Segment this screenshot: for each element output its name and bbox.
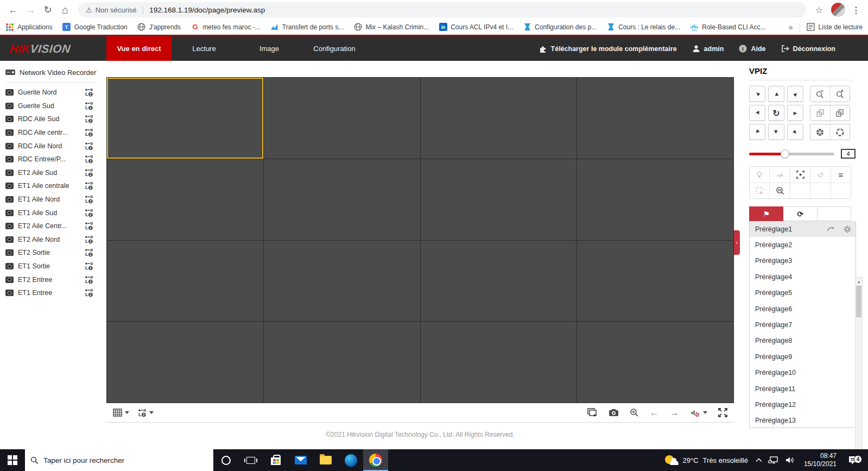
preset-item[interactable]: Préréglage4 (750, 269, 856, 285)
preset-item[interactable]: Préréglage10 (750, 365, 856, 381)
stream-type-icon[interactable]: L2 (85, 222, 93, 230)
stream-type-icon[interactable]: L2 (85, 115, 93, 123)
capture-icon[interactable] (609, 409, 619, 417)
manual-track-icon[interactable] (750, 183, 769, 198)
bookmark-item[interactable]: J'apprends (137, 23, 181, 32)
bookmark-item[interactable]: Gmeteo fes maroc -... (191, 23, 261, 32)
camera-item[interactable]: Guerite SudL2 (5, 99, 103, 113)
back-icon[interactable]: ← (5, 2, 21, 17)
apps-shortcut[interactable]: Applications (5, 23, 53, 32)
pan-right-button[interactable]: ▶ (787, 105, 803, 121)
preset-item[interactable]: Préréglage2 (750, 237, 856, 253)
preset-item[interactable]: Préréglage9 (750, 349, 856, 365)
panel-collapse-handle[interactable]: › (734, 230, 740, 255)
help-button[interactable]: i Aide (739, 45, 765, 53)
tab-configuration[interactable]: Configuration (302, 36, 367, 61)
video-tile[interactable] (421, 78, 577, 159)
video-tile[interactable] (577, 159, 733, 240)
cortana-button[interactable] (213, 449, 238, 471)
bookmark-item[interactable]: Cours : Le relais de... (606, 23, 680, 32)
stream-type-icon[interactable]: L2 (85, 248, 93, 257)
fullscreen-icon[interactable] (718, 408, 727, 417)
preset-call-icon[interactable] (827, 225, 835, 233)
next-page-icon[interactable]: → (670, 408, 679, 417)
stream-type-icon[interactable]: L2 (85, 142, 93, 150)
camera-item[interactable]: ET2 EntreeL2 (5, 273, 103, 286)
camera-item[interactable]: RDC Entree/P...L2 (5, 153, 103, 166)
browser-menu-icon[interactable]: ⋮ (848, 5, 864, 15)
zoom-3d-icon[interactable]: 3D (769, 183, 789, 198)
auto-pan-button[interactable]: ↻ (768, 105, 784, 121)
scroll-up-icon[interactable]: ▲ (856, 278, 862, 285)
lens-init-icon[interactable]: ↺ (810, 167, 830, 183)
stream-select-button[interactable]: L2 (138, 409, 154, 417)
refresh-icon[interactable]: ↻ (40, 2, 55, 17)
weather-widget[interactable]: 29°C Très ensoleillé (664, 454, 748, 466)
stream-type-icon[interactable]: L2 (85, 128, 93, 137)
volume-icon[interactable] (785, 456, 795, 464)
bookmark-item[interactable]: Configuration des p... (523, 23, 597, 32)
video-tile[interactable] (577, 241, 733, 322)
preset-item[interactable]: Préréglage3 (750, 253, 856, 269)
pan-down-left-button[interactable]: ▶ (749, 124, 765, 140)
taskbar-search[interactable] (25, 449, 213, 471)
pan-left-button[interactable]: ▶ (749, 105, 765, 121)
stream-type-icon[interactable]: L2 (85, 262, 93, 271)
pan-up-button[interactable]: ▶ (768, 86, 784, 102)
start-all-live-icon[interactable] (587, 408, 598, 417)
light-icon[interactable] (750, 167, 769, 183)
pan-down-right-button[interactable]: ▶ (787, 124, 803, 140)
stream-type-icon[interactable]: L2 (85, 235, 93, 244)
stream-type-icon[interactable]: L2 (85, 168, 93, 177)
device-root[interactable]: Network Video Recorder (5, 65, 103, 79)
address-bar[interactable]: ⚠ Non sécurisé | 192.168.1.19/doc/page/p… (78, 2, 806, 17)
bookmarks-overflow-icon[interactable]: » (789, 23, 793, 32)
camera-item[interactable]: RDC Aile SudL2 (5, 112, 103, 126)
camera-item[interactable]: RDC Aile centr...L2 (5, 126, 103, 140)
stream-type-icon[interactable]: L2 (85, 288, 93, 297)
audio-button[interactable] (690, 409, 707, 417)
video-tile[interactable] (577, 322, 733, 403)
camera-item[interactable]: ET2 Aile SudL2 (5, 166, 103, 180)
stream-type-icon[interactable]: L2 (85, 181, 93, 190)
stream-type-icon[interactable]: L2 (85, 88, 93, 97)
tab-presets[interactable]: ⚑ (749, 206, 783, 221)
search-input[interactable] (43, 456, 208, 464)
video-tile[interactable] (107, 78, 263, 159)
preset-item[interactable]: Préréglage12 (750, 397, 856, 412)
preset-item[interactable]: Préréglage7 (750, 317, 856, 332)
slider-knob[interactable] (781, 149, 789, 158)
tab-image[interactable]: Image (237, 36, 302, 61)
stream-type-icon[interactable]: L2 (85, 275, 93, 284)
tab-patrol[interactable]: ⟳ (783, 206, 817, 221)
video-tile[interactable] (421, 322, 577, 403)
bookmark-star-icon[interactable]: ☆ (812, 2, 827, 17)
preset-scrollbar[interactable]: ▲ ▼ (855, 277, 863, 471)
store-button[interactable] (263, 449, 288, 471)
forward-icon[interactable]: → (23, 2, 38, 17)
camera-item[interactable]: ET1 Aile centraleL2 (5, 179, 103, 193)
speed-slider[interactable] (749, 153, 834, 155)
edge-button[interactable] (338, 449, 363, 471)
task-view-button[interactable] (238, 449, 263, 471)
camera-item[interactable]: ET1 EntreeL2 (5, 286, 103, 300)
logout-button[interactable]: Déconnexion (781, 45, 836, 53)
video-tile[interactable] (577, 78, 733, 159)
tab-vue-en-direct[interactable]: Vue en direct (106, 36, 172, 61)
video-tile[interactable] (264, 241, 420, 322)
start-button[interactable] (0, 449, 25, 471)
pan-up-left-button[interactable]: ▶ (749, 86, 765, 102)
scrollbar-thumb[interactable] (856, 286, 861, 317)
layout-select-button[interactable] (113, 409, 129, 417)
pan-down-button[interactable]: ▶ (768, 124, 784, 140)
video-tile[interactable] (264, 159, 420, 240)
camera-item[interactable]: Guerite NordL2 (5, 86, 103, 99)
clock[interactable]: 08:47 15/10/2021 (804, 452, 837, 468)
iris-close-button[interactable] (810, 124, 830, 140)
zoom-in-button[interactable] (830, 86, 850, 102)
focus-near-button[interactable] (810, 105, 830, 121)
stream-type-icon[interactable]: L2 (85, 155, 93, 164)
preset-item[interactable]: Préréglage6 (750, 301, 856, 317)
aux-focus-icon[interactable] (790, 167, 810, 183)
bookmark-item[interactable]: Transfert de ports s... (270, 23, 344, 32)
